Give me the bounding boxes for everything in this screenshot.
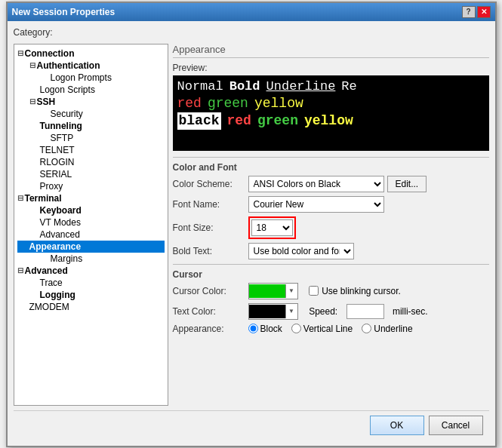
appearance-row: Appearance: Block Vertical Line xyxy=(173,324,489,334)
radio-block-label: Block xyxy=(248,324,282,334)
font-size-highlight: 18 xyxy=(248,216,296,239)
font-size-select[interactable]: 18 xyxy=(251,219,293,236)
cursor-color-control: ▼ Use blinking cursor. xyxy=(248,283,489,299)
expand-icon-connection: ⊟ xyxy=(17,49,23,57)
preview-red: red xyxy=(177,95,202,112)
font-name-select[interactable]: Courier New xyxy=(248,196,384,213)
font-size-label: Font Size: xyxy=(173,222,248,233)
tree-item-telnet[interactable]: TELNET xyxy=(17,144,165,156)
tree-item-keyboard[interactable]: Keyboard xyxy=(17,204,165,216)
radio-vertical[interactable] xyxy=(291,324,301,333)
tree-item-ssh[interactable]: ⊟ SSH xyxy=(17,96,165,108)
tree-item-connection[interactable]: ⊟ Connection xyxy=(17,48,165,60)
cursor-color-label: Cursor Color: xyxy=(173,286,248,296)
tree-item-logon-scripts[interactable]: Logon Scripts xyxy=(17,84,165,96)
preview-green: green xyxy=(208,95,248,112)
appearance-label: Appearance: xyxy=(173,324,248,334)
text-color-label: Text Color: xyxy=(173,306,248,317)
tree-item-margins[interactable]: Margins xyxy=(17,253,165,265)
tree-item-terminal[interactable]: ⊟ Terminal xyxy=(17,192,165,204)
preview-normal: Normal xyxy=(177,78,223,95)
cursor-color-swatch xyxy=(249,284,285,298)
tree-item-serial[interactable]: SERIAL xyxy=(17,168,165,180)
cursor-color-dropdown[interactable]: ▼ xyxy=(248,283,298,299)
preview-label: Preview: xyxy=(173,63,489,73)
main-content: ⊟ Connection ⊟ Authentication Logon Prom… xyxy=(14,44,489,406)
help-button[interactable]: ? xyxy=(462,6,476,18)
tree-panel[interactable]: ⊟ Connection ⊟ Authentication Logon Prom… xyxy=(14,44,168,406)
preview-green-bold: green xyxy=(257,112,298,130)
preview-red-bold: red xyxy=(227,112,251,130)
color-font-section: Color and Font Color Scheme: ANSI Colors… xyxy=(173,157,489,259)
color-scheme-select[interactable]: ANSI Colors on Black xyxy=(248,176,384,192)
dialog-window: New Session Properties ? ✕ Category: ⊟ C… xyxy=(6,2,497,447)
expand-icon-advanced2: ⊟ xyxy=(17,266,23,275)
font-name-control: Courier New xyxy=(248,196,489,213)
text-color-row: Text Color: ▼ Speed: milli-sec. xyxy=(173,303,489,320)
tree-item-authentication[interactable]: ⊟ Authentication xyxy=(17,60,165,72)
tree-item-logging[interactable]: Logging xyxy=(17,289,165,301)
cursor-title: Cursor xyxy=(173,269,489,280)
blinking-cursor-checkbox[interactable] xyxy=(309,286,319,296)
cursor-color-row: Cursor Color: ▼ Use blinking cursor. xyxy=(173,283,489,299)
tree-item-appearance[interactable]: Appearance xyxy=(17,241,165,253)
preview-yellow: yellow xyxy=(254,95,303,112)
tree-item-sftp[interactable]: SFTP xyxy=(17,132,165,144)
preview-row2: red green yellow xyxy=(177,95,485,112)
radio-underline[interactable] xyxy=(362,324,371,333)
radio-vertical-label: Vertical Line xyxy=(291,324,353,334)
cancel-button[interactable]: Cancel xyxy=(429,416,483,435)
preview-row1: Normal Bold Underline Re xyxy=(177,78,485,95)
appearance-control: Block Vertical Line Underline xyxy=(248,324,489,334)
speed-input[interactable] xyxy=(346,304,384,319)
color-scheme-control: ANSI Colors on Black Edit... xyxy=(248,176,489,192)
radio-row: Block Vertical Line Underline xyxy=(248,324,413,334)
text-color-control: ▼ Speed: milli-sec. xyxy=(248,303,489,320)
window-title: New Session Properties xyxy=(12,7,115,17)
font-size-row: Font Size: 18 xyxy=(173,216,489,239)
tree-item-rlogin[interactable]: RLOGIN xyxy=(17,156,165,168)
title-bar-buttons: ? ✕ xyxy=(462,6,491,18)
text-color-dropdown[interactable]: ▼ xyxy=(248,303,298,320)
tree-item-proxy[interactable]: Proxy xyxy=(17,180,165,192)
tree-item-advanced2[interactable]: ⊟ Advanced xyxy=(17,265,165,277)
tree-item-vt-modes[interactable]: VT Modes xyxy=(17,216,165,229)
ok-button[interactable]: OK xyxy=(370,416,424,435)
color-font-title: Color and Font xyxy=(173,162,489,173)
cursor-color-arrow[interactable]: ▼ xyxy=(285,284,297,298)
bold-text-select[interactable]: Use bold color and font xyxy=(248,243,354,259)
category-label: Category: xyxy=(14,27,489,38)
preview-row3: black red green yellow xyxy=(177,112,485,130)
section-title-appearance: Appearance xyxy=(173,44,489,58)
speed-row: Speed: milli-sec. xyxy=(309,304,427,319)
tree-item-advanced[interactable]: Advanced xyxy=(17,229,165,241)
bottom-bar: OK Cancel xyxy=(14,410,489,440)
preview-box: Normal Bold Underline Re red green yello… xyxy=(173,75,489,151)
font-name-row: Font Name: Courier New xyxy=(173,196,489,213)
radio-block[interactable] xyxy=(248,324,258,333)
tree-item-security[interactable]: Security xyxy=(17,108,165,120)
preview-re: Re xyxy=(341,78,356,95)
right-panel: Appearance Preview: Normal Bold Underlin… xyxy=(173,44,489,406)
preview-yellow-bold: yellow xyxy=(304,112,353,130)
tree-item-zmodem[interactable]: ZMODEM xyxy=(17,301,165,313)
font-name-label: Font Name: xyxy=(173,199,248,210)
expand-icon-auth: ⊟ xyxy=(29,61,35,69)
text-color-swatch xyxy=(249,305,285,318)
preview-black: black xyxy=(177,112,221,130)
text-color-arrow[interactable]: ▼ xyxy=(285,305,297,318)
cursor-section: Cursor Cursor Color: ▼ Use blinking xyxy=(173,264,489,334)
radio-underline-label: Underline xyxy=(362,324,412,334)
tree-item-trace[interactable]: Trace xyxy=(17,277,165,289)
preview-underline: Underline xyxy=(266,78,336,95)
preview-bold: Bold xyxy=(229,78,260,95)
tree-item-tunneling[interactable]: Tunneling xyxy=(17,120,165,132)
bold-text-control: Use bold color and font xyxy=(248,243,489,259)
edit-button[interactable]: Edit... xyxy=(387,176,427,192)
color-scheme-label: Color Scheme: xyxy=(173,179,248,189)
close-button[interactable]: ✕ xyxy=(477,6,491,18)
tree-item-logon-prompts[interactable]: Logon Prompts xyxy=(17,72,165,84)
title-bar: New Session Properties ? ✕ xyxy=(8,3,495,21)
color-scheme-row: Color Scheme: ANSI Colors on Black Edit.… xyxy=(173,176,489,192)
bold-text-row: Bold Text: Use bold color and font xyxy=(173,243,489,259)
